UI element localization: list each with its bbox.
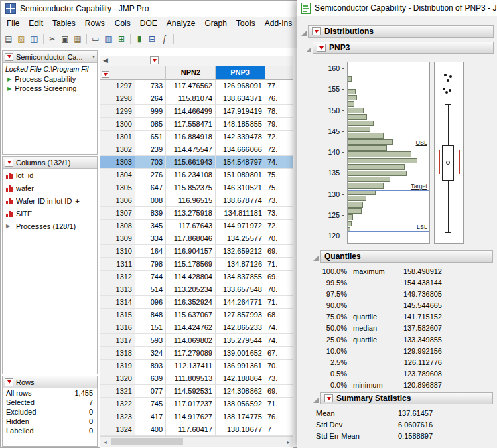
npn2-cell[interactable]: 117.558471	[166, 118, 216, 131]
row-number-cell[interactable]: 1323	[100, 410, 135, 423]
row-number-cell[interactable]: 1322	[100, 398, 135, 410]
row-number-cell[interactable]: 1302	[100, 143, 135, 156]
lot-cell[interactable]: 096	[135, 296, 166, 309]
menu-tables[interactable]: Tables	[48, 17, 80, 29]
overflow-cell[interactable]: 69.	[265, 245, 293, 258]
disclosure-triangle-icon[interactable]	[301, 31, 307, 36]
pnp3-cell[interactable]: 146.310521	[216, 181, 265, 194]
menu-analyze[interactable]: Analyze	[162, 17, 200, 29]
pnp3-cell[interactable]: 148.185855	[216, 118, 265, 131]
pnp3-column-header[interactable]: PNP3	[216, 66, 265, 80]
overflow-cell[interactable]: 78.	[265, 105, 293, 118]
lot-cell[interactable]: 345	[135, 220, 166, 232]
overflow-cell[interactable]: 77.	[265, 80, 293, 92]
row-number-cell[interactable]: 1297	[100, 80, 135, 92]
npn2-cell[interactable]: 111.809513	[166, 372, 216, 385]
histogram-bar[interactable]	[348, 183, 384, 188]
histogram-bar[interactable]	[348, 196, 366, 201]
collapse-sidebar-icon[interactable]: ◀	[103, 57, 108, 64]
row-number-cell[interactable]: 1318	[100, 347, 135, 360]
lot-cell[interactable]: 324	[135, 347, 166, 360]
save-icon[interactable]: ◫	[28, 33, 40, 45]
overflow-cell[interactable]: 71.	[265, 398, 293, 410]
histogram-bar[interactable]	[348, 227, 350, 232]
table-row[interactable]: 1324400117.60417138.106777	[100, 423, 293, 436]
scroll-right-icon[interactable]: ▸	[283, 439, 293, 445]
pnp3-cell[interactable]: 154.548797	[216, 156, 265, 169]
table-row[interactable]: 1308345117.67643144.97197272.	[100, 220, 293, 232]
histogram-bar[interactable]	[348, 177, 390, 182]
npn2-cell[interactable]: 116.884918	[166, 131, 216, 143]
distribution-window-titlebar[interactable]: Semiconductor Capability - Distribution …	[297, 0, 497, 16]
overflow-cell[interactable]: 70.	[265, 360, 293, 372]
lot-cell[interactable]: 839	[135, 207, 166, 220]
pnp3-cell[interactable]: 135.279544	[216, 334, 265, 347]
lot-cell[interactable]: 593	[135, 334, 166, 347]
lot-cell[interactable]: 848	[135, 309, 166, 321]
row-number-cell[interactable]: 1312	[100, 271, 135, 283]
overflow-cell[interactable]: 71.	[265, 258, 293, 271]
overflow-cell[interactable]: 67.	[265, 347, 293, 360]
table-row[interactable]: 1307839113.275918134.81118173.	[100, 207, 293, 220]
lot-cell[interactable]: 164	[135, 245, 166, 258]
npn2-cell[interactable]: 116.96515	[166, 194, 216, 207]
table-row[interactable]: 1297733117.476562126.96809177.	[100, 80, 293, 92]
menu-rows[interactable]: Rows	[80, 17, 110, 29]
column-item[interactable]: wafer	[3, 181, 97, 194]
row-number-cell[interactable]: 1324	[100, 423, 135, 436]
lot-cell[interactable]: 798	[135, 258, 166, 271]
cut-icon[interactable]: ✂	[46, 33, 58, 45]
row-number-cell[interactable]: 1310	[100, 245, 135, 258]
column-item[interactable]: Wafer ID in lot ID+	[3, 194, 97, 207]
overflow-cell[interactable]: 73.	[265, 194, 293, 207]
histogram-bar[interactable]	[348, 158, 417, 163]
pnp3-cell[interactable]: 134.837855	[216, 271, 265, 283]
lot-cell[interactable]: 651	[135, 131, 166, 143]
menu-edit[interactable]: Edit	[24, 17, 48, 29]
menu-graph[interactable]: Graph	[200, 17, 231, 29]
red-triangle-menu-icon[interactable]	[324, 394, 333, 402]
table-row[interactable]: 1319893112.137411136.99136170.	[100, 360, 293, 372]
row-number-cell[interactable]: 1313	[100, 283, 135, 296]
overflow-cell[interactable]: 74.	[265, 321, 293, 334]
lot-cell[interactable]: 744	[135, 271, 166, 283]
pnp3-cell[interactable]: 133.657548	[216, 283, 265, 296]
npn2-cell[interactable]: 112.137411	[166, 360, 216, 372]
pnp3-cell[interactable]: 144.264771	[216, 296, 265, 309]
overflow-cell[interactable]: 75.	[265, 181, 293, 194]
npn2-cell[interactable]: 114.917627	[166, 410, 216, 423]
npn2-cell[interactable]: 115.637067	[166, 309, 216, 321]
red-triangle-menu-icon[interactable]	[5, 378, 13, 386]
pnp3-cell[interactable]: 138.056592	[216, 398, 265, 410]
formula-icon[interactable]: ƒ	[159, 33, 171, 45]
overflow-cell[interactable]: 72.	[265, 131, 293, 143]
npn2-cell[interactable]: 117.60417	[166, 423, 216, 436]
menu-cols[interactable]: Cols	[110, 17, 135, 29]
bar-chart-icon[interactable]: ▮	[133, 33, 145, 45]
npn2-cell[interactable]: 114.428804	[166, 271, 216, 283]
row-number-cell[interactable]: 1306	[100, 194, 135, 207]
menu-tools[interactable]: Tools	[232, 17, 260, 29]
pnp3-cell[interactable]: 132.659212	[216, 245, 265, 258]
overflow-cell[interactable]: 7	[265, 423, 293, 436]
npn2-cell[interactable]: 117.67643	[166, 220, 216, 232]
lot-cell[interactable]: 077	[135, 385, 166, 398]
npn2-cell[interactable]: 117.868046	[166, 232, 216, 245]
npn2-cell[interactable]: 114.424762	[166, 321, 216, 334]
table-row[interactable]: 1299999114.466499147.91941978.	[100, 105, 293, 118]
npn2-cell[interactable]: 114.466499	[166, 105, 216, 118]
row-number-cell[interactable]: 1305	[100, 181, 135, 194]
row-number-cell[interactable]: 1309	[100, 232, 135, 245]
lot-cell[interactable]: 400	[135, 423, 166, 436]
pnp3-cell[interactable]: 134.25577	[216, 232, 265, 245]
table-row[interactable]: 1314096116.352924144.26477171.	[100, 296, 293, 309]
pnp3-cell[interactable]: 134.666066	[216, 143, 265, 156]
sidebar-script-process-screening[interactable]: ▶Process Screening	[3, 84, 97, 93]
row-number-cell[interactable]: 1303	[100, 156, 135, 169]
overflow-cell[interactable]: 76.	[265, 410, 293, 423]
table-row[interactable]: 1315848115.637067127.85799368.	[100, 309, 293, 321]
npn2-cell[interactable]: 114.069802	[166, 334, 216, 347]
histogram-bar[interactable]	[348, 121, 374, 126]
row-number-cell[interactable]: 1320	[100, 372, 135, 385]
column-item[interactable]: ▶Processes (128/1)	[3, 220, 97, 232]
